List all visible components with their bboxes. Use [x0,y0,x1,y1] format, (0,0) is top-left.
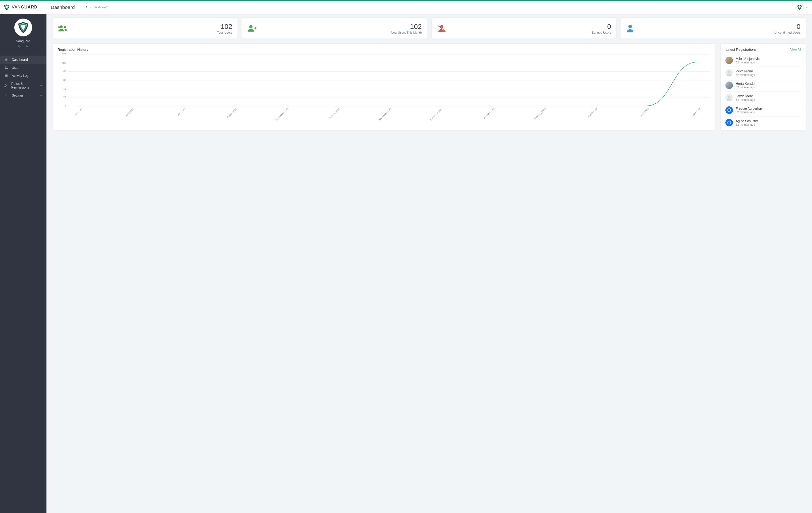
svg-point-14 [628,25,632,28]
registration-item[interactable]: Herta Kessler52 minutes ago [725,79,801,91]
chevron-down-icon: ▼ [40,94,42,97]
x-tick: October 2017 [328,107,341,119]
brand-name-light: VAN [12,5,21,9]
registration-item[interactable]: Milos Stojanovic52 minutes ago [725,54,801,66]
stat-card-total-users[interactable]: 102Total Users [53,18,238,39]
user-plus-icon [248,24,259,32]
x-tick: December 2017 [430,107,443,121]
svg-point-22 [436,106,444,106]
gear-icon[interactable] [18,45,21,48]
x-tick: May 2018 [692,107,701,116]
latest-registrations-title: Latest Registrations [725,48,757,51]
x-tick: February 2018 [534,107,546,120]
registration-item[interactable]: Aglae Schuster52 minutes ago [725,116,801,129]
sidebar-item-activity-log[interactable]: Activity Log [0,72,47,80]
stat-value: 102 [391,23,422,30]
stat-label: Unconfirmed Users [775,31,801,34]
home-icon [4,58,8,61]
svg-point-18 [230,106,238,106]
breadcrumb-current: Dashboard [93,5,109,9]
profile-avatar[interactable] [14,19,32,36]
brand-name-bold: GUARD [21,5,37,9]
svg-point-23 [488,106,495,106]
registration-name: Freddie Aufderhar [736,107,762,110]
user-icon [626,24,638,33]
view-all-link[interactable]: View All [790,48,801,51]
user-avatar [795,3,804,11]
sidebar-item-dashboard[interactable]: Dashboard [0,56,47,64]
stat-label: Total Users [217,31,232,34]
svg-point-0 [5,66,6,68]
registration-time: 52 minutes ago [736,61,759,64]
svg-point-1 [6,66,7,68]
brand-logo[interactable]: VANGUARD [4,4,47,10]
registration-time: 52 minutes ago [736,98,755,102]
registration-time: 52 minutes ago [736,123,758,126]
y-tick: 100 [62,61,66,64]
registration-time: 52 minutes ago [736,111,762,114]
stat-label: Banned Users [592,31,611,34]
y-tick: 120 [62,53,66,56]
users-icon [58,24,70,32]
svg-point-7 [60,25,63,28]
avatar [725,57,733,64]
svg-point-8 [64,26,66,28]
logout-icon[interactable] [26,45,29,48]
registration-item[interactable]: Jayde Mohr52 minutes ago [725,91,801,104]
sidebar-item-label: Activity Log [12,74,29,78]
sidebar-item-users[interactable]: Users [0,64,47,72]
registration-history-chart: 020406080100120 May 2017June 2017July 20… [58,54,710,125]
list-icon [4,74,8,77]
registration-time: 52 minutes ago [736,73,755,77]
home-icon[interactable] [85,6,88,9]
users-icon [4,66,8,69]
svg-point-21 [385,106,393,106]
sidebar-item-roles-permissions[interactable]: Roles & Permissions▼ [0,80,47,91]
app-header: VANGUARD Dashboard / Dashboard ▼ [0,1,812,14]
svg-point-20 [333,106,341,106]
sidebar-profile: Vanguard [0,19,47,52]
breadcrumb-separator: / [90,5,91,9]
shield-icon [4,4,10,10]
svg-point-25 [591,106,599,106]
avatar-placeholder-icon [725,94,733,102]
svg-point-28 [728,71,730,73]
stat-cards-row: 102Total Users102New Users This Month0Ba… [53,18,806,39]
sidebar-item-label: Users [12,66,21,70]
chart-title: Registration History [58,48,88,51]
registration-item[interactable]: Freddie Aufderhar52 minutes ago [725,104,801,116]
sidebar-item-settings[interactable]: Settings▼ [0,91,47,99]
x-tick: November 2017 [378,107,392,121]
stat-value: 102 [217,23,232,30]
main-content: 102Total Users102New Users This Month0Ba… [47,14,812,513]
chevron-down-icon: ▼ [40,84,42,87]
stat-card-unconfirmed-users[interactable]: 0Unconfirmed Users [621,18,806,39]
svg-point-19 [282,106,290,106]
registration-history-panel: Registration History 020406080100120 May… [53,44,715,131]
latest-registrations-list: Milos Stojanovic52 minutes agoReva Frami… [725,54,801,129]
x-tick: September 2017 [275,107,289,122]
stat-label: New Users This Month [391,31,422,34]
user-menu[interactable]: ▼ [795,3,808,11]
svg-point-16 [127,106,135,106]
registration-item[interactable]: Reva Frami52 minutes ago [725,66,801,79]
x-tick: May 2017 [74,107,83,116]
svg-point-24 [539,106,547,106]
sidebar-nav: DashboardUsersActivity LogRoles & Permis… [0,56,47,99]
registration-name: Herta Kessler [736,82,756,85]
svg-rect-4 [5,76,8,77]
x-tick: July 2017 [177,107,186,116]
stat-card-banned-users[interactable]: 0Banned Users [431,18,616,39]
svg-point-5 [5,84,6,85]
sidebar: Vanguard DashboardUsersActivity LogRoles… [0,14,47,513]
registration-name: Aglae Schuster [736,119,758,123]
x-tick: March 2018 [587,107,598,118]
y-tick: 80 [63,70,66,73]
stat-value: 0 [592,23,611,30]
latest-registrations-panel: Latest Registrations View All Milos Stoj… [721,44,806,131]
svg-point-10 [249,25,253,28]
page-title: Dashboard [51,4,80,10]
stat-card-new-users-this-month[interactable]: 102New Users This Month [242,18,427,39]
y-tick: 40 [63,87,66,90]
svg-point-15 [76,106,84,106]
